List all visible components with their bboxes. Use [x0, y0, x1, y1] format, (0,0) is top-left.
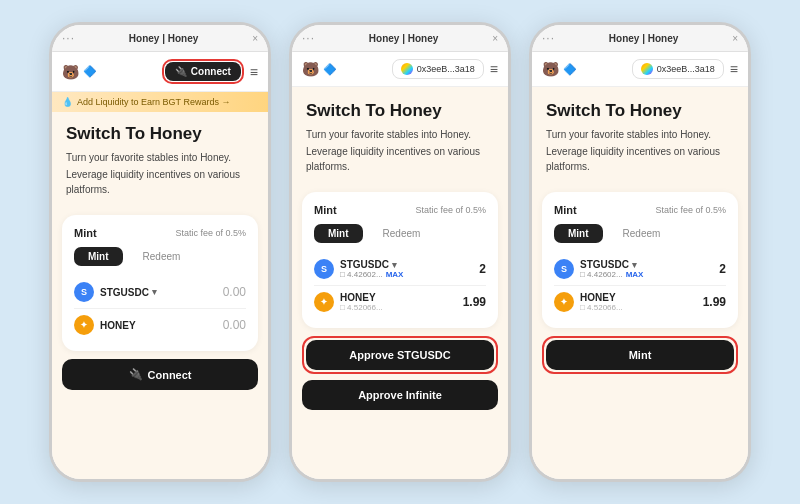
mint-section-1: Mint Static fee of 0.5% Mint Redeem S ST… [62, 215, 258, 351]
tab-redeem-2[interactable]: Redeem [369, 224, 435, 243]
bear-icon-3: 🐻 [542, 61, 559, 77]
token-name-col-2: STGUSDC ▾ □ 4.42602... MAX [340, 259, 403, 279]
hero-desc1-3: Turn your favorite stables into Honey. [546, 127, 734, 142]
mint-action-label-3: Mint [629, 349, 652, 361]
tab-mint-3[interactable]: Mint [554, 224, 603, 243]
hero-title-1: Switch To Honey [66, 124, 254, 144]
stgusdc-amount-3: 2 [719, 262, 726, 276]
stgusdc-amount-2: 2 [479, 262, 486, 276]
mint-header-1: Mint Static fee of 0.5% [74, 227, 246, 239]
fee-label-1: Static fee of 0.5% [175, 228, 246, 238]
tab-redeem-3[interactable]: Redeem [609, 224, 675, 243]
action-area-1: 🔌 Connect [52, 359, 268, 406]
mint-header-3: Mint Static fee of 0.5% [554, 204, 726, 216]
hero-section-1: Switch To Honey Turn your favorite stabl… [52, 112, 268, 207]
approve-infinite-label-2: Approve Infinite [358, 389, 442, 401]
hero-desc2-1: Leverage liquidity incentives on various… [66, 167, 254, 197]
approve-infinite-btn-2[interactable]: Approve Infinite [302, 380, 498, 410]
hero-section-3: Switch To Honey Turn your favorite stabl… [532, 87, 748, 184]
token-left-stgusdc-2: S STGUSDC ▾ □ 4.42602... MAX [314, 259, 403, 279]
fee-label-3: Static fee of 0.5% [655, 205, 726, 215]
app-header-2: 🐻 🔷 0x3eeB...3a18 ≡ [292, 52, 508, 87]
connect-action-btn-1[interactable]: 🔌 Connect [62, 359, 258, 390]
wallet-dot-3 [641, 63, 653, 75]
wallet-address-2: 0x3eeB...3a18 [417, 64, 475, 74]
browser-close-3[interactable]: × [732, 33, 738, 44]
honey-icon-1: ✦ [74, 315, 94, 335]
connect-button-1[interactable]: 🔌 Connect [165, 62, 241, 81]
connect-label-1: Connect [191, 66, 231, 77]
tab-row-1: Mint Redeem [74, 247, 246, 266]
browser-title-1: Honey | Honey [81, 33, 246, 44]
max-link-2[interactable]: MAX [386, 270, 404, 279]
approve-stgusdc-btn-2[interactable]: Approve STGUSDC [306, 340, 494, 370]
tab-row-2: Mint Redeem [314, 224, 486, 243]
stgusdc-amount-1: 0.00 [223, 285, 246, 299]
token-name-col-1: STGUSDC ▾ [100, 287, 157, 298]
token-left-honey-3: ✦ HONEY □ 4.52066... [554, 292, 623, 312]
token-row-stgusdc-1: S STGUSDC ▾ 0.00 [74, 276, 246, 309]
hamburger-menu-3[interactable]: ≡ [730, 61, 738, 77]
tab-redeem-1[interactable]: Redeem [129, 247, 195, 266]
honey-name-2: HONEY [340, 292, 383, 303]
token-left-honey-1: ✦ HONEY [74, 315, 136, 335]
token-row-honey-3: ✦ HONEY □ 4.52066... 1.99 [554, 286, 726, 318]
header-right-2: 0x3eeB...3a18 ≡ [392, 59, 498, 79]
token-row-honey-2: ✦ HONEY □ 4.52066... 1.99 [314, 286, 486, 318]
token-name-col-3: STGUSDC ▾ □ 4.42602... MAX [580, 259, 643, 279]
hero-title-3: Switch To Honey [546, 101, 734, 121]
header-right-3: 0x3eeB...3a18 ≡ [632, 59, 738, 79]
action-area-3: Mint [532, 336, 748, 390]
hex-icon-2: 🔷 [323, 63, 337, 76]
token-row-stgusdc-3: S STGUSDC ▾ □ 4.42602... MAX 2 [554, 253, 726, 286]
mint-header-2: Mint Static fee of 0.5% [314, 204, 486, 216]
banner-text-1: Add Liquidity to Earn BGT Rewards → [77, 97, 230, 107]
hamburger-menu-2[interactable]: ≡ [490, 61, 498, 77]
bear-icon-2: 🐻 [302, 61, 319, 77]
wallet-badge-2[interactable]: 0x3eeB...3a18 [392, 59, 484, 79]
app-content-2: Switch To Honey Turn your favorite stabl… [292, 87, 508, 479]
mint-section-2: Mint Static fee of 0.5% Mint Redeem S ST… [302, 192, 498, 328]
token-left-stgusdc-1: S STGUSDC ▾ [74, 282, 157, 302]
browser-close-2[interactable]: × [492, 33, 498, 44]
mint-highlight-3: Mint [542, 336, 738, 374]
connect-action-icon-1: 🔌 [129, 368, 143, 381]
token-max-3: □ 4.42602... MAX [580, 270, 643, 279]
hero-desc2-3: Leverage liquidity incentives on various… [546, 144, 734, 174]
browser-dots-2: ··· [302, 31, 315, 45]
approve-stgusdc-label-2: Approve STGUSDC [349, 349, 450, 361]
honey-amount-3: 1.99 [703, 295, 726, 309]
header-right-1: 🔌 Connect ≡ [162, 59, 258, 84]
stgusdc-name-2: STGUSDC ▾ [340, 259, 403, 270]
honey-amount-1: 0.00 [223, 318, 246, 332]
chevron-icon-2: ▾ [392, 260, 397, 270]
hero-title-2: Switch To Honey [306, 101, 494, 121]
app-header-3: 🐻 🔷 0x3eeB...3a18 ≡ [532, 52, 748, 87]
app-content-3: Switch To Honey Turn your favorite stabl… [532, 87, 748, 479]
mint-action-btn-3[interactable]: Mint [546, 340, 734, 370]
action-area-2: Approve STGUSDC Approve Infinite [292, 336, 508, 426]
logo-area-2: 🐻 🔷 [302, 61, 337, 77]
wallet-address-3: 0x3eeB...3a18 [657, 64, 715, 74]
max-link-3[interactable]: MAX [626, 270, 644, 279]
tab-mint-1[interactable]: Mint [74, 247, 123, 266]
browser-dots-3: ··· [542, 31, 555, 45]
hero-desc1-1: Turn your favorite stables into Honey. [66, 150, 254, 165]
phone-frame-2: ··· Honey | Honey × 🐻 🔷 0x3eeB...3a18 ≡ … [289, 22, 511, 482]
browser-close-1[interactable]: × [252, 33, 258, 44]
connect-icon-1: 🔌 [175, 66, 187, 77]
phone-frame-1: ··· Honey | Honey × 🐻 🔷 🔌 Connect ≡ 💧 Ad… [49, 22, 271, 482]
hamburger-menu-1[interactable]: ≡ [250, 64, 258, 80]
logo-area-1: 🐻 🔷 [62, 64, 97, 80]
hex-icon-3: 🔷 [563, 63, 577, 76]
app-header-1: 🐻 🔷 🔌 Connect ≡ [52, 52, 268, 92]
hex-icon-1: 🔷 [83, 65, 97, 78]
hero-desc1-2: Turn your favorite stables into Honey. [306, 127, 494, 142]
phone-frame-3: ··· Honey | Honey × 🐻 🔷 0x3eeB...3a18 ≡ … [529, 22, 751, 482]
app-content-1: 💧 Add Liquidity to Earn BGT Rewards → Sw… [52, 92, 268, 479]
tab-row-3: Mint Redeem [554, 224, 726, 243]
tab-mint-2[interactable]: Mint [314, 224, 363, 243]
honey-icon-3: ✦ [554, 292, 574, 312]
mint-label-3: Mint [554, 204, 577, 216]
wallet-badge-3[interactable]: 0x3eeB...3a18 [632, 59, 724, 79]
